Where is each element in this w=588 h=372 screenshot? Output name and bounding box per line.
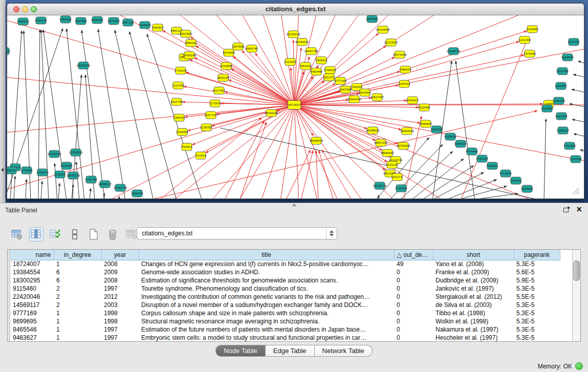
graph-node[interactable]: 1244415	[553, 97, 565, 104]
graph-node[interactable]: 3215953	[541, 105, 553, 112]
graph-node[interactable]: 117004	[210, 100, 220, 107]
new-table-icon[interactable]	[87, 228, 100, 241]
minimize-window-button[interactable]	[22, 6, 28, 12]
graph-node[interactable]: 2987662	[366, 15, 378, 23]
graph-node[interactable]: 1810754	[170, 98, 183, 105]
close-panel-icon[interactable]: ×	[576, 204, 582, 215]
graph-node[interactable]: 9474444	[466, 148, 478, 155]
table-row[interactable]: 911546021997Tourette syndrome. Phenomeno…	[10, 285, 560, 293]
graph-node[interactable]: 5975685	[223, 49, 235, 56]
graph-node[interactable]: 6379197	[454, 140, 467, 147]
graph-node[interactable]: 1065412	[510, 177, 522, 184]
graph-node[interactable]: 2967808	[232, 43, 244, 50]
zoom-window-button[interactable]	[31, 6, 37, 12]
graph-node[interactable]: 5938924	[444, 133, 456, 140]
graph-node[interactable]: 14136141	[373, 182, 387, 189]
graph-node[interactable]: 10973493	[393, 51, 407, 58]
graph-node[interactable]: 12213967	[384, 39, 398, 46]
graph-node[interactable]: 16958107	[98, 181, 112, 188]
network-canvas[interactable]: 2405572206914010553281527602946616010719…	[7, 15, 584, 199]
graph-node[interactable]: 1322037	[284, 58, 296, 65]
graph-node[interactable]: 8454749	[246, 45, 258, 52]
graph-node[interactable]: 1575107	[568, 38, 580, 46]
graph-node[interactable]: 752544	[182, 143, 192, 150]
table-row[interactable]: 977716911998Corpus callosum shape and si…	[10, 309, 560, 317]
graph-node[interactable]: 2069140	[35, 17, 47, 24]
graph-node[interactable]: 252274	[392, 173, 403, 181]
graph-node[interactable]: 1640935	[430, 126, 443, 133]
graph-node[interactable]: 9463627	[406, 97, 419, 104]
graph-node[interactable]: 1795722	[85, 176, 97, 183]
graph-node[interactable]: 8471676	[499, 170, 512, 177]
graph-node[interactable]: 9777169	[334, 77, 346, 84]
graph-node[interactable]: 3624554	[359, 89, 371, 96]
graph-node[interactable]: 8267130	[205, 112, 217, 119]
table-row[interactable]: 1456911722003Disruption of a novel membe…	[10, 301, 560, 309]
graph-node[interactable]: 9129946	[561, 54, 574, 61]
float-panel-icon[interactable]	[563, 207, 570, 212]
close-window-button[interactable]	[13, 6, 19, 12]
graph-node[interactable]: 1297515	[398, 80, 410, 87]
graph-node[interactable]: 1292344	[131, 190, 143, 197]
table-row[interactable]: 1872400712008Changes of HCN gene express…	[10, 260, 560, 268]
graph-node[interactable]: 1115688	[21, 167, 33, 174]
graph-node[interactable]: 20053346	[77, 62, 91, 69]
graph-node[interactable]: 12325419	[287, 31, 300, 38]
graph-node[interactable]: 13505135	[67, 172, 80, 179]
tab-network-table[interactable]: Network Table	[315, 345, 373, 357]
graph-node[interactable]: 1235359	[200, 124, 212, 131]
graph-node[interactable]: 39159	[7, 167, 16, 174]
table-row[interactable]: 969969511998Structural magnetic resonanc…	[10, 317, 560, 325]
graph-node[interactable]: 6497568	[339, 86, 352, 93]
table-row[interactable]: 946362711997Embryonic stem cells: a mode…	[10, 334, 560, 342]
graph-node[interactable]: 2803144	[217, 74, 229, 81]
graph-node[interactable]: 7915526	[139, 21, 151, 29]
graph-node[interactable]: 16648794	[447, 48, 461, 55]
graph-node[interactable]: 1527602	[75, 17, 87, 25]
graph-node[interactable]: 7485063	[399, 66, 411, 73]
graph-node[interactable]: 1234275	[36, 169, 49, 176]
graph-node[interactable]: 1916685	[176, 128, 188, 136]
graph-node[interactable]: 1621072	[323, 74, 335, 81]
scrollbar-thumb[interactable]	[573, 260, 580, 281]
graph-node[interactable]: 18724007	[288, 101, 301, 110]
row-height-icon[interactable]	[68, 228, 81, 241]
graph-node[interactable]: 18807293	[374, 139, 388, 146]
column-header-in_degree[interactable]: in_degree	[54, 250, 101, 260]
graph-node[interactable]: 1115408	[527, 26, 538, 33]
graph-node[interactable]: 1667135	[122, 19, 134, 26]
tab-edge-table[interactable]: Edge Table	[266, 345, 315, 357]
graph-node[interactable]: 8990448	[310, 68, 322, 75]
graph-node[interactable]: 10807487	[371, 94, 384, 101]
select-columns-icon[interactable]	[49, 228, 62, 241]
graph-node[interactable]: 1221355	[172, 82, 184, 89]
graph-node[interactable]: 1621064	[555, 113, 568, 120]
graph-node[interactable]: 1615132	[386, 161, 398, 168]
graph-node[interactable]: 9242845	[220, 62, 232, 70]
column-header-out_de[interactable]: △ out_de…	[394, 250, 433, 260]
graph-node[interactable]: 9975487	[60, 162, 73, 169]
graph-node[interactable]: 1055328	[59, 16, 72, 23]
graph-node[interactable]: 1209387	[555, 82, 567, 90]
graph-node[interactable]: 9466160	[91, 16, 103, 24]
graph-node[interactable]: 7963822	[151, 24, 164, 31]
graph-node[interactable]: 20364436	[347, 96, 361, 103]
graph-node[interactable]: 1701650	[563, 142, 576, 149]
column-header-name[interactable]: name	[10, 250, 54, 260]
graph-node[interactable]: 9245652	[521, 185, 533, 192]
graph-node[interactable]: 19384554	[310, 137, 323, 144]
graph-node[interactable]: 1973549	[524, 50, 536, 57]
table-row[interactable]: 2242004622012Investigating the contribut…	[10, 293, 560, 301]
graph-node[interactable]: 1167534	[570, 156, 582, 163]
graph-node[interactable]: 1965491	[173, 114, 185, 121]
graph-node[interactable]: 9115460	[419, 104, 431, 111]
graph-node[interactable]: 1221393	[518, 36, 531, 43]
graph-node[interactable]: 7955812	[315, 57, 328, 64]
column-header-year[interactable]: year	[101, 250, 139, 260]
graph-node[interactable]: 19654923	[400, 127, 414, 135]
graph-node[interactable]: 1733426	[395, 185, 407, 192]
show-column-icon[interactable]	[29, 227, 43, 242]
table-row[interactable]: 1938455462009Genome-wide association stu…	[10, 268, 560, 276]
graph-node[interactable]: 18300295	[265, 110, 278, 117]
graph-node[interactable]: 18984067	[381, 149, 395, 157]
